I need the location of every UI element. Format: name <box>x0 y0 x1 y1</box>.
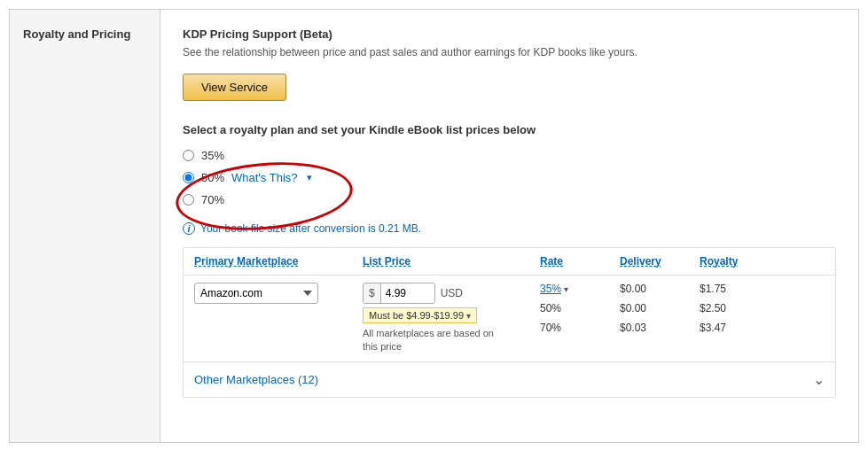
table-data-row: Amazon.com $ USD Must be $4.99-$19.99 <box>184 276 835 361</box>
right-panel: KDP Pricing Support (Beta) See the relat… <box>160 10 858 442</box>
rate-row-35: 35% ▾ <box>540 283 620 295</box>
rate-arrow-35: ▾ <box>564 284 568 294</box>
list-price-cell: $ USD Must be $4.99-$19.99 ▾ All marketp… <box>363 283 540 354</box>
royalty-radio-70[interactable] <box>183 194 194 206</box>
royalty-cell: $1.75 $2.50 $3.47 <box>700 283 779 341</box>
pricing-table: Primary Marketplace List Price Rate Deli… <box>183 247 836 398</box>
kdp-support-section: KDP Pricing Support (Beta) See the relat… <box>183 27 836 123</box>
whats-this-link[interactable]: What's This? <box>231 171 298 184</box>
rate-row-70: 70% <box>540 322 620 334</box>
royalty-label-35: 35% <box>201 149 224 162</box>
other-marketplaces-bar[interactable]: Other Marketplaces (12) ⌄ <box>184 361 835 397</box>
royalty-plan-section: Select a royalty plan and set your Kindl… <box>183 123 836 206</box>
royalty-radio-35[interactable] <box>183 150 194 161</box>
rate-value-70: 70% <box>540 322 561 334</box>
info-icon: i <box>183 222 195 235</box>
col-header-list-price: List Price <box>363 255 540 268</box>
left-panel-label: Royalty and Pricing <box>10 10 160 442</box>
rate-value-50: 50% <box>540 302 561 314</box>
currency-label: USD <box>441 287 463 299</box>
other-marketplaces-link[interactable]: Other Marketplaces (12) <box>194 373 318 386</box>
marketplace-select[interactable]: Amazon.com <box>194 283 318 304</box>
rate-value-35: 35% <box>540 283 561 295</box>
must-be-note: Must be $4.99-$19.99 ▾ <box>363 307 477 323</box>
royalty-option-35[interactable]: 35% <box>183 149 836 162</box>
col-header-marketplace: Primary Marketplace <box>194 255 363 268</box>
royalty-row-70: $3.47 <box>700 322 779 334</box>
royalty-label-50: 50% <box>201 171 224 184</box>
royalty-option-50[interactable]: 50% What's This? ▾ <box>183 171 836 184</box>
table-header-row: Primary Marketplace List Price Rate Deli… <box>184 248 835 276</box>
rate-cell: 35% ▾ 50% 70% <box>540 283 620 341</box>
dollar-sign: $ <box>364 283 381 303</box>
royalty-radio-50[interactable] <box>183 172 194 183</box>
chevron-down-icon: ⌄ <box>813 371 825 388</box>
rate-row-50: 50% <box>540 302 620 314</box>
all-markets-note: All marketplaces are based on this price <box>363 327 504 354</box>
file-size-text: Your book file size after conversion is … <box>200 222 421 235</box>
marketplace-cell: Amazon.com <box>194 283 363 304</box>
kdp-support-title: KDP Pricing Support (Beta) <box>183 27 836 41</box>
col-header-delivery: Delivery <box>620 255 700 268</box>
file-size-note: i Your book file size after conversion i… <box>183 222 836 235</box>
royalty-row-50: $2.50 <box>700 302 779 314</box>
price-input-wrapper: $ <box>363 283 435 304</box>
view-service-button[interactable]: View Service <box>183 74 286 101</box>
delivery-cell: $0.00 $0.00 $0.03 <box>620 283 700 341</box>
royalty-plan-instruction: Select a royalty plan and set your Kindl… <box>183 123 836 136</box>
royalty-plan-radio-group: 35% 50% What's This? ▾ 70% <box>183 149 836 206</box>
col-header-royalty: Royalty <box>700 255 779 268</box>
note-arrow-icon: ▾ <box>466 311 471 321</box>
kdp-support-description: See the relationship between price and p… <box>183 44 836 60</box>
delivery-row-50: $0.00 <box>620 302 700 314</box>
col-header-rate: Rate <box>540 255 620 268</box>
delivery-row-35: $0.00 <box>620 283 700 295</box>
delivery-row-70: $0.03 <box>620 322 700 334</box>
must-be-text: Must be $4.99-$19.99 <box>369 310 464 321</box>
section-title: Royalty and Pricing <box>23 27 130 41</box>
list-price-input[interactable] <box>381 283 434 303</box>
royalty-option-70[interactable]: 70% <box>183 193 836 206</box>
royalty-label-70: 70% <box>201 193 224 206</box>
royalty-row-35: $1.75 <box>700 283 779 295</box>
whats-this-arrow: ▾ <box>307 172 312 183</box>
